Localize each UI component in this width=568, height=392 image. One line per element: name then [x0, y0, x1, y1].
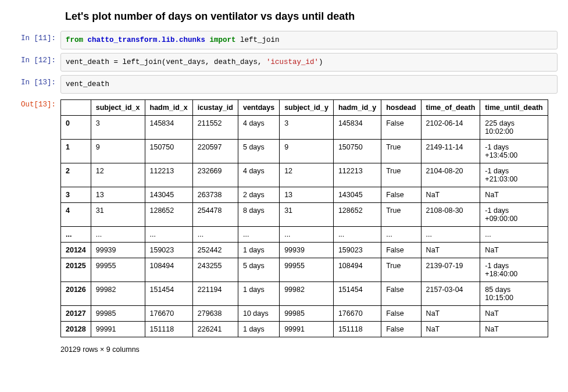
table-header-cell: time_of_death: [421, 100, 480, 116]
table-cell: ...: [238, 227, 279, 243]
table-header-cell: hadm_id_x: [145, 100, 192, 116]
table-cell: 108494: [333, 258, 381, 282]
table-cell: 226241: [192, 322, 238, 337]
table-cell: 9: [91, 140, 145, 163]
table-cell: -1 days+09:00:00: [480, 203, 548, 227]
code-input[interactable]: vent_death = left_join(vent_days, death_…: [60, 53, 558, 72]
table-cell: 176670: [145, 306, 192, 322]
code-token: import: [210, 36, 236, 44]
table-header-cell: subject_id_x: [91, 100, 145, 116]
table-header-cell: hadm_id_y: [333, 100, 381, 116]
table-cell: ...: [333, 227, 381, 243]
table-cell: 9: [280, 140, 334, 163]
dataframe-table: subject_id_xhadm_id_xicustay_idventdayss…: [60, 99, 548, 337]
table-cell: NaT: [421, 243, 480, 258]
table-cell: ...: [91, 227, 145, 243]
table-cell: 211552: [192, 116, 238, 140]
table-header-cell: icustay_id: [192, 100, 238, 116]
table-cell: 176670: [333, 306, 381, 322]
table-cell: 145834: [145, 116, 192, 140]
table-cell: 145834: [333, 116, 381, 140]
table-cell: 5 days: [238, 140, 279, 163]
table-cell: 1 days: [238, 282, 279, 306]
table-cell: 85 days10:15:00: [480, 282, 548, 306]
table-cell: 225 days10:02:00: [480, 116, 548, 140]
input-prompt: In [13]:: [10, 75, 60, 87]
table-header-cell: [61, 100, 91, 116]
table-header-cell: ventdays: [238, 100, 279, 116]
table-cell: NaT: [480, 187, 548, 203]
table-cell: 254478: [192, 203, 238, 227]
table-row-index: 20126: [61, 282, 91, 306]
code-input[interactable]: vent_death: [60, 75, 558, 94]
table-row-index: 0: [61, 116, 91, 140]
table-cell: False: [381, 187, 421, 203]
table-cell: 159023: [145, 243, 192, 258]
code-token: from: [66, 36, 88, 44]
table-cell: 143045: [145, 187, 192, 203]
table-cell: 112213: [333, 163, 381, 187]
table-cell: 2 days: [238, 187, 279, 203]
table-cell: 108494: [145, 258, 192, 282]
table-cell: 151118: [145, 322, 192, 337]
table-cell: -1 days+13:45:00: [480, 140, 548, 163]
table-cell: 13: [91, 187, 145, 203]
table-row: 191507502205975 days9150750True2149-11-1…: [61, 140, 548, 163]
table-row-index: 20125: [61, 258, 91, 282]
table-cell: 31: [91, 203, 145, 227]
table-cell: ...: [381, 227, 421, 243]
table-cell: ...: [145, 227, 192, 243]
table-header-cell: time_until_death: [480, 100, 548, 116]
table-cell: 31: [280, 203, 334, 227]
input-prompt: In [12]:: [10, 53, 60, 65]
table-cell: ...: [280, 227, 334, 243]
table-cell: 2104-08-20: [421, 163, 480, 187]
code-token: chatto_transform.lib.chunks: [88, 36, 206, 44]
code-input[interactable]: from chatto_transform.lib.chunks import …: [60, 31, 558, 49]
table-cell: ...: [192, 227, 238, 243]
table-cell: NaT: [421, 187, 480, 203]
output-prompt: Out[13]:: [10, 97, 60, 109]
table-cell: 2157-03-04: [421, 282, 480, 306]
table-cell: 4 days: [238, 163, 279, 187]
table-row-index: 20128: [61, 322, 91, 337]
table-cell: 263738: [192, 187, 238, 203]
table-cell: 13: [280, 187, 334, 203]
table-cell: 3: [280, 116, 334, 140]
table-cell: ...: [480, 227, 548, 243]
table-cell: 2108-08-30: [421, 203, 480, 227]
table-cell: 143045: [333, 187, 381, 203]
code-token: vent_death = left_join(vent_days, death_…: [66, 58, 266, 66]
table-cell: False: [381, 116, 421, 140]
table-cell: 150750: [333, 140, 381, 163]
table-cell: NaT: [421, 306, 480, 322]
table-cell: 112213: [145, 163, 192, 187]
table-cell: False: [381, 243, 421, 258]
table-cell: 99991: [91, 322, 145, 337]
table-cell: False: [381, 322, 421, 337]
table-footer: 20129 rows × 9 columns: [60, 345, 558, 354]
table-cell: 252442: [192, 243, 238, 258]
table-cell: NaT: [480, 322, 548, 337]
table-cell: 3: [91, 116, 145, 140]
table-row: 2121122132326694 days12112213True2104-08…: [61, 163, 548, 187]
table-cell: 99985: [280, 306, 334, 322]
code-token: left_join: [236, 36, 280, 44]
table-row-index: 20124: [61, 243, 91, 258]
table-row-index: 4: [61, 203, 91, 227]
code-token: [205, 36, 210, 44]
table-cell: -1 days+21:03:00: [480, 163, 548, 187]
table-cell: 99955: [91, 258, 145, 282]
table-cell: 159023: [333, 243, 381, 258]
table-row: 3131430452637382 days13143045FalseNaTNaT: [61, 187, 548, 203]
table-cell: NaT: [421, 322, 480, 337]
table-cell: True: [381, 203, 421, 227]
table-cell: 2139-07-19: [421, 258, 480, 282]
table-cell: NaT: [480, 306, 548, 322]
table-cell: 243255: [192, 258, 238, 282]
input-cell-13: In [13]: vent_death: [10, 75, 558, 94]
table-cell: 279638: [192, 306, 238, 322]
table-cell: 151454: [145, 282, 192, 306]
table-cell: True: [381, 258, 421, 282]
table-cell: 99982: [280, 282, 334, 306]
